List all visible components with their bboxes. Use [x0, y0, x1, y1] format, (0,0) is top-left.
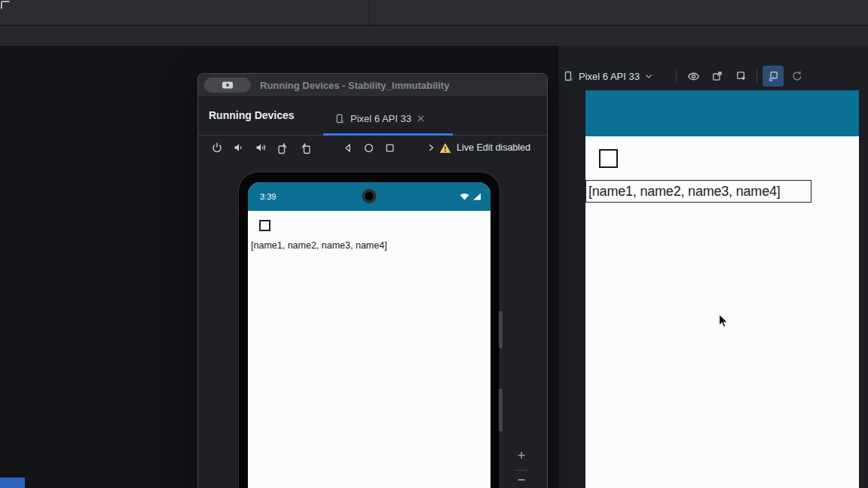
overview-icon[interactable]	[384, 142, 396, 154]
volume-rocker-button	[499, 311, 503, 349]
pointer-icon[interactable]	[732, 67, 750, 85]
close-icon[interactable]	[417, 114, 425, 123]
panel-header: Running Devices Pixel 6 API 33	[198, 97, 547, 136]
zoom-in-button[interactable]: +	[513, 448, 530, 464]
device-icon	[334, 113, 345, 124]
device-mirror-screen[interactable]: 3:39 [name1, name2, name3, name4]	[248, 182, 491, 488]
live-edit-status: Live Edit disabled	[439, 136, 530, 159]
zoom-divider	[515, 470, 528, 471]
warning-icon	[439, 142, 451, 154]
zoom-out-button[interactable]: −	[513, 472, 530, 488]
app-checkbox[interactable]	[259, 220, 270, 231]
device-screen-icon	[221, 81, 234, 90]
volume-down-icon[interactable]	[233, 142, 245, 154]
back-icon[interactable]	[342, 142, 353, 154]
live-edit-label: Live Edit disabled	[457, 142, 530, 153]
device-toolbar	[211, 136, 436, 159]
device-icon	[562, 70, 574, 82]
power-button	[499, 389, 503, 432]
power-icon[interactable]	[211, 142, 223, 154]
signal-icon	[472, 193, 481, 200]
window-title-bar[interactable]: Running Devices - Stability_Immutability	[198, 74, 547, 97]
tab-selected-indicator	[323, 133, 453, 136]
tool-window-pill-button[interactable]	[204, 78, 251, 93]
compose-preview-panel: [name1, name2, name3, name4]	[585, 90, 859, 488]
preview-checkbox[interactable]	[599, 149, 618, 168]
wifi-icon	[460, 193, 469, 200]
ide-secondary-strip	[0, 26, 868, 47]
toolbar-separator	[756, 69, 757, 84]
home-icon[interactable]	[363, 142, 374, 154]
corner-fragment-icon	[1, 1, 11, 10]
preview-list-text-bounds: [name1, name2, name3, name4]	[585, 180, 811, 203]
jump-to-source-icon[interactable]	[763, 66, 784, 87]
app-list-text: [name1, name2, name3, name4]	[251, 240, 387, 251]
ide-top-tab-strip	[0, 0, 868, 26]
status-icons	[460, 193, 481, 200]
forward-icon[interactable]	[426, 142, 436, 153]
running-devices-window: Running Devices - Stability_Immutability…	[197, 73, 548, 488]
chevron-down-icon	[644, 72, 653, 81]
launch-icon[interactable]	[708, 67, 726, 85]
window-title: Running Devices - Stability_Immutability	[260, 80, 449, 91]
preview-list-text: [name1, name2, name3, name4]	[588, 184, 781, 200]
volume-up-icon[interactable]	[255, 142, 267, 154]
tab-strip-divider	[369, 0, 370, 25]
rotate-right-icon[interactable]	[299, 142, 312, 154]
taskbar-fragment	[0, 477, 25, 488]
camera-punch-hole	[362, 189, 377, 203]
preview-app-bar	[585, 90, 859, 136]
device-selector-label: Pixel 6 API 33	[579, 71, 640, 82]
panel-title: Running Devices	[209, 109, 295, 121]
phone-frame: 3:39 [name1, name2, name3, name4]	[238, 172, 500, 488]
toolbar-separator	[676, 69, 677, 84]
refresh-icon[interactable]	[788, 67, 806, 85]
visibility-icon[interactable]	[684, 67, 702, 85]
mouse-cursor-icon	[718, 313, 729, 330]
tab-label: Pixel 6 API 33	[350, 113, 411, 124]
rotate-left-icon[interactable]	[277, 142, 289, 154]
status-time: 3:39	[260, 192, 276, 201]
device-selector[interactable]: Pixel 6 API 33	[562, 66, 653, 87]
tab-pixel-6-api-33[interactable]: Pixel 6 API 33	[326, 103, 432, 133]
status-bar: 3:39	[248, 182, 491, 211]
android-studio-screen: Pixel 6 API 33	[0, 0, 868, 488]
